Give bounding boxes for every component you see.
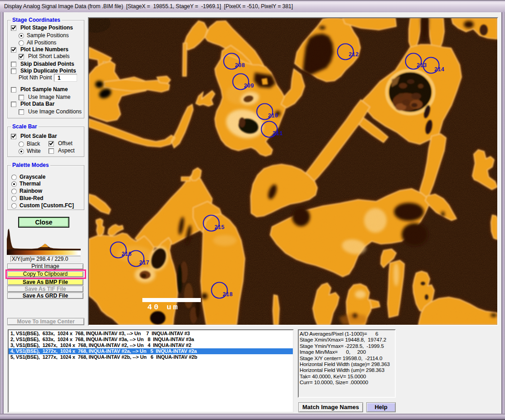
svg-text:213: 213 [417,63,427,69]
svg-text:217: 217 [139,260,150,266]
svg-text:214: 214 [434,67,445,73]
svg-text:215: 215 [214,225,225,231]
svg-text:210: 210 [268,113,278,119]
svg-text:212: 212 [349,52,359,58]
svg-text:216: 216 [121,251,132,258]
svg-text:208: 208 [235,63,245,69]
svg-text:209: 209 [244,83,254,89]
svg-text:40 um: 40 um [147,303,180,312]
svg-text:211: 211 [272,131,283,137]
svg-text:218: 218 [223,292,233,298]
